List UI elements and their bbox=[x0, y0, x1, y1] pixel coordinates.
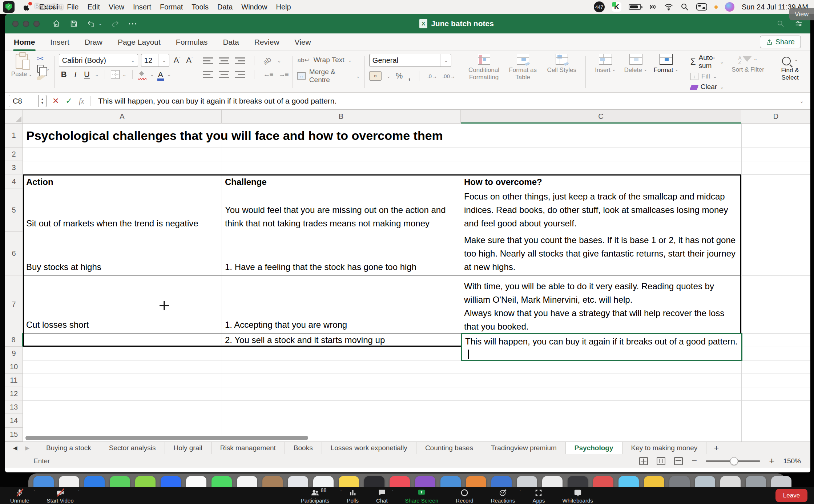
cell-c6[interactable]: Make sure that you count the bases. If i… bbox=[461, 232, 741, 275]
menu-format[interactable]: Format bbox=[160, 3, 183, 11]
sheet-tab-books[interactable]: Books bbox=[285, 442, 322, 454]
conditional-formatting-button[interactable]: Conditional Formatting bbox=[464, 54, 503, 90]
insert-cells-button[interactable]: Insert⌄ bbox=[590, 54, 621, 90]
fill-button[interactable]: ↓Fill⌄ bbox=[690, 72, 724, 80]
video-options-chevron[interactable]: ˆ bbox=[78, 490, 79, 495]
tab-data[interactable]: Data bbox=[222, 36, 239, 49]
row-header-3[interactable]: 3 bbox=[5, 161, 23, 174]
active-cell-c8[interactable]: This will happen, you can buy it again i… bbox=[461, 333, 742, 361]
row-header-15[interactable]: 15 bbox=[5, 428, 23, 441]
format-cells-button[interactable]: Format⌄ bbox=[651, 54, 681, 90]
cell-a4[interactable]: Action bbox=[23, 174, 222, 189]
tab-home[interactable]: Home bbox=[13, 36, 36, 49]
row-header-12[interactable]: 12 bbox=[5, 387, 23, 400]
sheet-tab-psychology[interactable]: Psychology bbox=[566, 442, 622, 454]
undo-dropdown-chevron[interactable]: ⌄ bbox=[98, 21, 102, 26]
align-middle-button[interactable] bbox=[219, 57, 229, 64]
tab-view[interactable]: View bbox=[294, 36, 312, 49]
wrap-text-button[interactable]: ab↩ Wrap Text⌄ bbox=[297, 54, 360, 66]
cell-c5[interactable]: Focus on other things, just keep a track… bbox=[461, 189, 741, 232]
menu-edit[interactable]: Edit bbox=[88, 3, 100, 11]
zoom-view-button[interactable]: View bbox=[789, 8, 814, 20]
battery-icon[interactable] bbox=[629, 4, 641, 10]
confirm-entry-button[interactable]: ✓ bbox=[65, 96, 72, 106]
cell-b6[interactable]: 1. Have a feeling that the stock has gon… bbox=[222, 232, 461, 275]
cell-a7[interactable]: Cut losses short bbox=[23, 275, 222, 333]
cell-a5[interactable]: Sit out of markets when the trend is neg… bbox=[23, 189, 222, 232]
row-header-14[interactable]: 14 bbox=[5, 414, 23, 428]
row-header-11[interactable]: 11 bbox=[5, 374, 23, 387]
find-select-button[interactable]: ⌄ Find & Select bbox=[773, 56, 807, 90]
copy-button[interactable] bbox=[37, 65, 44, 73]
record-button[interactable]: Record bbox=[456, 489, 473, 504]
menubar-app-name[interactable]: Excel bbox=[39, 3, 58, 11]
leave-meeting-button[interactable]: Leave bbox=[775, 489, 807, 502]
normal-view-icon[interactable] bbox=[639, 457, 648, 465]
apps-button[interactable]: Apps bbox=[532, 489, 545, 504]
cell-b7[interactable]: 1. Accepting that you are wrong bbox=[222, 275, 461, 333]
align-center-button[interactable] bbox=[219, 71, 229, 78]
tab-formulas[interactable]: Formulas bbox=[175, 36, 209, 49]
menu-window[interactable]: Window bbox=[241, 3, 267, 11]
row-header-13[interactable]: 13 bbox=[5, 400, 23, 414]
whiteboards-button[interactable]: Whiteboards bbox=[563, 489, 593, 504]
save-icon[interactable] bbox=[69, 19, 78, 28]
borders-button[interactable] bbox=[111, 70, 120, 79]
format-painter-button[interactable] bbox=[37, 75, 45, 80]
align-right-button[interactable] bbox=[235, 71, 245, 78]
polls-button[interactable]: Polls bbox=[347, 489, 359, 504]
row-header-4[interactable]: 4 bbox=[5, 174, 23, 189]
sheet-tab-buying-a-stock[interactable]: Buying a stock bbox=[37, 442, 100, 454]
underline-button[interactable]: U bbox=[82, 70, 92, 79]
shield-menubar-icon[interactable] bbox=[3, 1, 15, 13]
next-sheets-arrow[interactable]: ▶ bbox=[25, 445, 30, 451]
row-header-7[interactable]: 7 bbox=[5, 275, 23, 333]
cell-b8[interactable]: 2. You sell a stock and it starts moving… bbox=[222, 333, 461, 347]
row-header-6[interactable]: 6 bbox=[5, 232, 23, 275]
cell-c4[interactable]: How to overcome? bbox=[461, 174, 741, 189]
sheet-tab-risk-management[interactable]: Risk management bbox=[211, 442, 285, 454]
sheet-tab-key-to-making-money[interactable]: Key to making money bbox=[622, 442, 707, 454]
number-format-select[interactable]: General⌄ bbox=[369, 54, 451, 67]
bold-button[interactable]: B bbox=[59, 70, 69, 79]
redo-icon[interactable] bbox=[111, 19, 120, 28]
menu-help[interactable]: Help bbox=[276, 3, 291, 11]
start-video-button[interactable]: Start Video ˆ bbox=[47, 489, 74, 504]
search-icon[interactable] bbox=[776, 19, 785, 28]
accounting-format-button[interactable]: ¤ bbox=[369, 71, 382, 81]
font-name-select[interactable]: Calibri (Body)⌄ bbox=[59, 54, 138, 67]
minimize-window-button[interactable] bbox=[23, 21, 29, 27]
decrease-font-size-button[interactable]: Aˇ bbox=[185, 56, 194, 65]
cell-a6[interactable]: Buy stocks at highs bbox=[23, 232, 222, 275]
close-window-button[interactable] bbox=[12, 21, 19, 27]
increase-indent-button[interactable]: →≡ bbox=[279, 70, 288, 78]
sheet-tab-tradingview-premium[interactable]: Tradingview premium bbox=[482, 442, 566, 454]
undo-icon[interactable] bbox=[87, 19, 96, 28]
menu-data[interactable]: Data bbox=[217, 3, 233, 11]
keka-menubar-icon[interactable]: K bbox=[612, 2, 621, 12]
increase-decimal-button[interactable]: .0→ bbox=[427, 74, 438, 78]
participants-options-chevron[interactable]: ˆ bbox=[340, 490, 342, 495]
column-header-b[interactable]: B bbox=[222, 110, 461, 124]
tab-review[interactable]: Review bbox=[254, 36, 280, 49]
row-header-9[interactable]: 9 bbox=[5, 347, 23, 360]
font-size-select[interactable]: 12⌄ bbox=[141, 54, 169, 67]
home-icon[interactable] bbox=[52, 19, 61, 28]
unmute-options-chevron[interactable]: ˆ bbox=[34, 490, 35, 495]
zoom-in-button[interactable]: + bbox=[769, 455, 774, 467]
zoom-slider[interactable] bbox=[706, 460, 760, 462]
row-header-5[interactable]: 5 bbox=[5, 189, 23, 232]
cell-b4[interactable]: Challenge bbox=[222, 174, 461, 189]
window-controls[interactable] bbox=[12, 21, 40, 27]
page-layout-view-icon[interactable] bbox=[657, 457, 665, 465]
column-header-d[interactable]: D bbox=[741, 110, 810, 124]
cut-button[interactable]: ✂ bbox=[37, 55, 50, 63]
share-button[interactable]: Share bbox=[760, 36, 801, 48]
row-header-2[interactable]: 2 bbox=[5, 148, 23, 161]
tab-page-layout[interactable]: Page Layout bbox=[117, 36, 161, 49]
chat-options-chevron[interactable]: ˆ bbox=[392, 490, 394, 495]
add-sheet-button[interactable]: + bbox=[706, 442, 726, 454]
reactions-button[interactable]: Reactions ˆ bbox=[491, 489, 515, 504]
count-badge[interactable]: 447 bbox=[594, 1, 605, 12]
menu-view[interactable]: View bbox=[109, 3, 124, 11]
